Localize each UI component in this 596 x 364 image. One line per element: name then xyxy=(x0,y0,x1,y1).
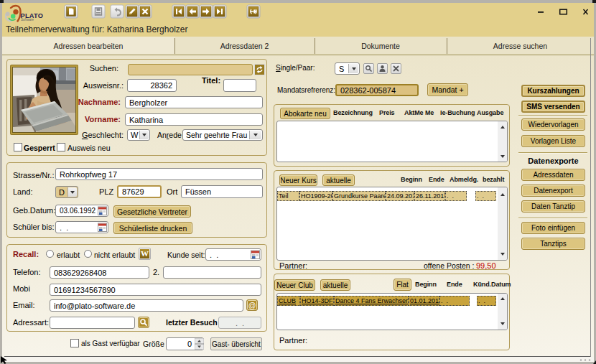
svg-text:Software: Software xyxy=(21,18,34,22)
